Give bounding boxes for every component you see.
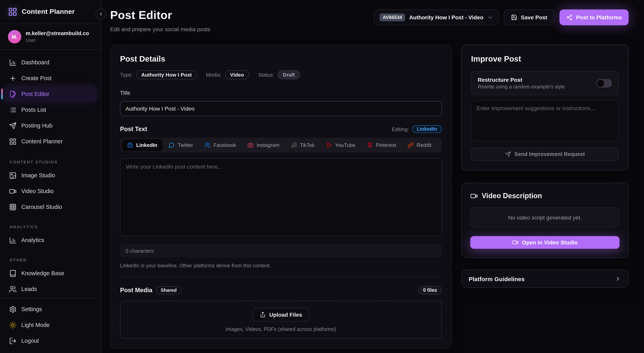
video-icon (512, 239, 518, 246)
section-label-content-studios: CONTENT STUDIOS (10, 160, 101, 164)
sidebar: Content Planner M. m.keller@streambuild.… (0, 0, 101, 353)
sidebar-item-light-mode[interactable]: Light Mode (4, 318, 97, 332)
page-title: Post Editor (110, 9, 172, 22)
app-title: Content Planner (22, 8, 75, 16)
restructure-title: Restructure Post (478, 76, 565, 83)
sidebar-item-settings[interactable]: Settings (4, 302, 97, 317)
editing-indicator: Editing: LinkedIn (392, 125, 442, 133)
share-icon (566, 14, 572, 20)
post-details-heading: Post Details (120, 54, 442, 64)
active-item-indicator-bar (1, 89, 2, 99)
user-profile[interactable]: M. m.keller@streambuild.co User (0, 24, 101, 50)
file-pen-icon (9, 90, 16, 98)
improvement-textarea[interactable] (471, 100, 619, 141)
sidebar-collapse-button[interactable] (96, 9, 106, 19)
post-text-row: Post Text Editing: LinkedIn (120, 125, 442, 133)
post-text-label: Post Text (120, 126, 147, 133)
upload-icon (260, 312, 266, 318)
post-id-badge: AV66534 (380, 14, 405, 21)
sidebar-item-logout[interactable]: Logout (4, 333, 97, 348)
sidebar-item-image-studio[interactable]: Image Studio (4, 168, 97, 183)
post-selector-value: Authority How I Post - Video (409, 14, 483, 20)
divider (120, 276, 442, 277)
sidebar-item-dashboard[interactable]: Dashboard (4, 55, 97, 70)
restructure-texts: Restructure Post Rewrite using a random … (478, 76, 565, 90)
sidebar-item-label: Posting Hub (21, 122, 52, 129)
post-media-heading: Post Media (120, 287, 152, 294)
sidebar-item-carousel-studio[interactable]: Carousel Studio (4, 200, 97, 214)
video-icon (9, 187, 16, 195)
platform-tab-youtube[interactable]: YouTube (321, 140, 360, 151)
sidebar-item-label: Create Post (21, 75, 52, 81)
sidebar-item-label: Image Studio (21, 172, 55, 178)
post-content-textarea[interactable] (120, 158, 442, 236)
users-icon (204, 142, 210, 148)
baseline-note: LinkedIn is your baseline. Other platfor… (120, 262, 442, 268)
send-improvement-button[interactable]: Send Improvement Request (471, 148, 619, 161)
post-selector[interactable]: AV66534 Authority How I Post - Video (374, 10, 499, 25)
sun-icon (9, 321, 16, 329)
pin-icon (367, 142, 373, 148)
user-info: m.keller@streambuild.co User (26, 30, 89, 43)
platform-tab-reddit[interactable]: Reddit (402, 140, 436, 151)
open-video-studio-button[interactable]: Open in Video Studio (470, 236, 620, 249)
sidebar-item-leads[interactable]: Leads (4, 282, 97, 296)
save-post-label: Save Post (521, 14, 547, 20)
editing-label: Editing: (392, 126, 409, 132)
restructure-post-option: Restructure Post Rewrite using a random … (471, 71, 619, 95)
message-circle-icon (169, 142, 175, 148)
platform-tab-label: Facebook (214, 142, 236, 148)
sidebar-footer-nav: SettingsLight ModeLogout (0, 298, 101, 353)
platform-tabs: LinkedInTwitterFacebookInstagramTikTokYo… (120, 138, 442, 152)
sidebar-item-post-editor[interactable]: Post Editor (4, 86, 97, 102)
user-role: User (26, 38, 89, 43)
platform-tab-pinterest[interactable]: Pinterest (362, 140, 401, 151)
save-icon (511, 14, 517, 20)
sidebar-item-label: Light Mode (21, 322, 50, 328)
sidebar-item-label: Posts List (21, 106, 46, 113)
platform-tab-label: YouTube (335, 142, 355, 148)
platform-tab-label: LinkedIn (136, 142, 157, 148)
upload-dropzone[interactable]: Upload Files Images, Videos, PDFs (share… (120, 301, 442, 339)
sidebar-item-create-post[interactable]: Create Post (4, 71, 97, 86)
send-improvement-label: Send Improvement Request (514, 151, 585, 157)
upload-files-button[interactable]: Upload Files (253, 308, 309, 321)
sidebar-item-analytics[interactable]: Analytics (4, 232, 97, 248)
platform-tab-label: Pinterest (376, 142, 396, 148)
status-badge: Draft (278, 70, 300, 79)
chart-icon (9, 236, 16, 244)
chevron-right-icon (615, 276, 621, 282)
log-out-icon (9, 337, 16, 344)
post-to-platforms-button[interactable]: Post to Platforms (560, 10, 628, 25)
sidebar-item-label: Post Editor (21, 91, 49, 97)
video-description-heading: Video Description (482, 192, 542, 200)
sidebar-item-posts-list[interactable]: Posts List (4, 102, 97, 117)
platform-tab-instagram[interactable]: Instagram (242, 140, 285, 151)
upload-files-label: Upload Files (269, 311, 302, 318)
sidebar-item-label: Carousel Studio (21, 204, 62, 210)
platform-guidelines-card[interactable]: Platform Guidelines (461, 270, 628, 288)
title-field-label: Title (120, 90, 442, 96)
grid-3x3-icon (9, 203, 16, 211)
title-input[interactable] (120, 101, 442, 116)
app-root: Content Planner M. m.keller@streambuild.… (0, 0, 644, 353)
platform-tab-twitter[interactable]: Twitter (164, 140, 198, 151)
platform-tab-tiktok[interactable]: TikTok (286, 140, 320, 151)
sidebar-item-label: Dashboard (21, 59, 49, 66)
platform-tab-facebook[interactable]: Facebook (200, 140, 241, 151)
send-icon (9, 122, 16, 129)
character-count: 0 characters (120, 244, 442, 258)
video-camera-icon (470, 192, 478, 200)
sidebar-item-content-planner[interactable]: Content Planner (4, 134, 97, 149)
layout-grid-icon (9, 138, 16, 145)
post-meta-row: Type: Authority How I Post Media: Video … (120, 70, 442, 79)
platform-tab-linkedin[interactable]: LinkedIn (122, 140, 162, 151)
sidebar-sections: CONTENT STUDIOSImage StudioVideo StudioC… (0, 150, 101, 297)
sidebar-item-knowledge-base[interactable]: Knowledge Base (4, 266, 97, 281)
restructure-toggle[interactable] (596, 79, 612, 88)
platform-tab-label: Twitter (178, 142, 193, 148)
sidebar-item-video-studio[interactable]: Video Studio (4, 184, 97, 198)
media-label: Media: (206, 72, 221, 78)
sidebar-item-posting-hub[interactable]: Posting Hub (4, 118, 97, 133)
save-post-button[interactable]: Save Post (504, 10, 554, 25)
